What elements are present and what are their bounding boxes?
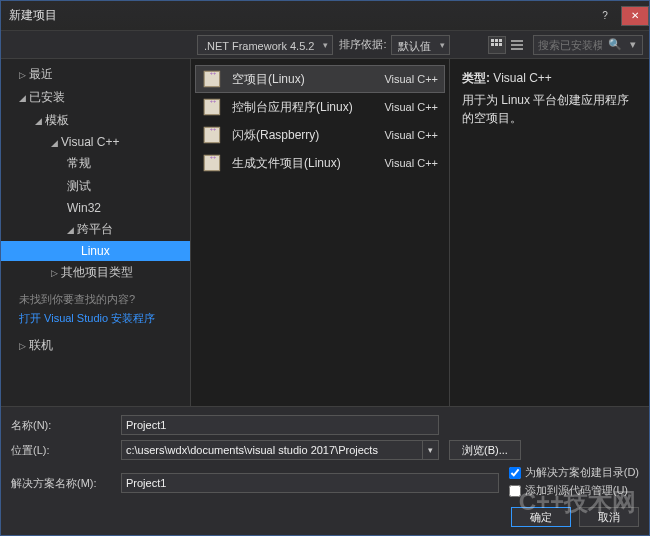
description-pane: 类型: Visual C++ 用于为 Linux 平台创建应用程序的空项目。 [449, 59, 649, 406]
search-dropdown-icon[interactable]: ▾ [624, 38, 642, 51]
tree-online[interactable]: ▷联机 [1, 334, 190, 357]
solution-label: 解决方案名称(M): [11, 476, 121, 491]
template-list: ++ 空项目(Linux) Visual C++ ++ 控制台应用程序(Linu… [191, 59, 449, 406]
sidebar-link[interactable]: 打开 Visual Studio 安装程序 [1, 311, 190, 334]
tree-cross[interactable]: ◢跨平台 [1, 218, 190, 241]
solution-field[interactable] [121, 473, 499, 493]
svg-text:++: ++ [210, 154, 216, 160]
template-item[interactable]: ++ 闪烁(Raspberry) Visual C++ [195, 121, 445, 149]
name-label: 名称(N): [11, 418, 121, 433]
svg-rect-3 [491, 43, 494, 46]
window-title: 新建项目 [9, 7, 57, 24]
sort-combo[interactable]: 默认值 [391, 35, 450, 55]
framework-combo[interactable]: .NET Framework 4.5.2 [197, 35, 333, 55]
location-field[interactable] [121, 440, 423, 460]
search-icon[interactable]: 🔍 [606, 38, 624, 51]
view-list-icon[interactable] [508, 36, 526, 54]
name-field[interactable] [121, 415, 439, 435]
sort-label: 排序依据: [339, 37, 386, 52]
svg-text:++: ++ [210, 126, 216, 132]
tree-vcpp[interactable]: ◢Visual C++ [1, 132, 190, 152]
svg-rect-6 [511, 40, 523, 42]
template-item[interactable]: ++ 空项目(Linux) Visual C++ [195, 65, 445, 93]
svg-rect-8 [511, 48, 523, 50]
tree-recent[interactable]: ▷最近 [1, 63, 190, 86]
tree-general[interactable]: 常规 [1, 152, 190, 175]
cpp-project-icon: ++ [202, 97, 224, 117]
location-label: 位置(L): [11, 443, 121, 458]
bottom-panel: 名称(N): 位置(L): ▾ 浏览(B)... 解决方案名称(M): 为解决方… [1, 406, 649, 535]
source-control-checkbox[interactable]: 添加到源代码管理(U) [509, 483, 639, 498]
create-dir-checkbox[interactable]: 为解决方案创建目录(D) [509, 465, 639, 480]
search-input[interactable] [534, 39, 606, 51]
cpp-project-icon: ++ [202, 125, 224, 145]
cpp-project-icon: ++ [202, 69, 224, 89]
template-item[interactable]: ++ 控制台应用程序(Linux) Visual C++ [195, 93, 445, 121]
view-grid-icon[interactable] [488, 36, 506, 54]
tree-templates[interactable]: ◢模板 [1, 109, 190, 132]
sidebar-prompt: 未找到你要查找的内容? [1, 284, 190, 311]
cancel-button[interactable]: 取消 [579, 507, 639, 527]
description-text: 用于为 Linux 平台创建应用程序的空项目。 [462, 91, 637, 127]
svg-text:++: ++ [210, 70, 216, 76]
help-button[interactable]: ? [591, 6, 619, 26]
template-item[interactable]: ++ 生成文件项目(Linux) Visual C++ [195, 149, 445, 177]
ok-button[interactable]: 确定 [511, 507, 571, 527]
browse-button[interactable]: 浏览(B)... [449, 440, 521, 460]
svg-rect-7 [511, 44, 523, 46]
search-box[interactable]: 🔍 ▾ [533, 35, 643, 55]
svg-rect-1 [495, 39, 498, 42]
svg-text:++: ++ [210, 98, 216, 104]
tree-test[interactable]: 测试 [1, 175, 190, 198]
svg-rect-5 [499, 43, 502, 46]
tree-installed[interactable]: ◢已安装 [1, 86, 190, 109]
toolbar: .NET Framework 4.5.2 排序依据: 默认值 🔍 ▾ [1, 31, 649, 59]
close-button[interactable]: ✕ [621, 6, 649, 26]
tree-other[interactable]: ▷其他项目类型 [1, 261, 190, 284]
tree-linux[interactable]: Linux [1, 241, 190, 261]
cpp-project-icon: ++ [202, 153, 224, 173]
location-dropdown-icon[interactable]: ▾ [423, 440, 439, 460]
svg-rect-4 [495, 43, 498, 46]
tree-win32[interactable]: Win32 [1, 198, 190, 218]
svg-rect-2 [499, 39, 502, 42]
svg-rect-0 [491, 39, 494, 42]
title-bar: 新建项目 ? ✕ [1, 1, 649, 31]
sidebar: ▷最近 ◢已安装 ◢模板 ◢Visual C++ 常规 测试 Win32 ◢跨平… [1, 59, 191, 406]
